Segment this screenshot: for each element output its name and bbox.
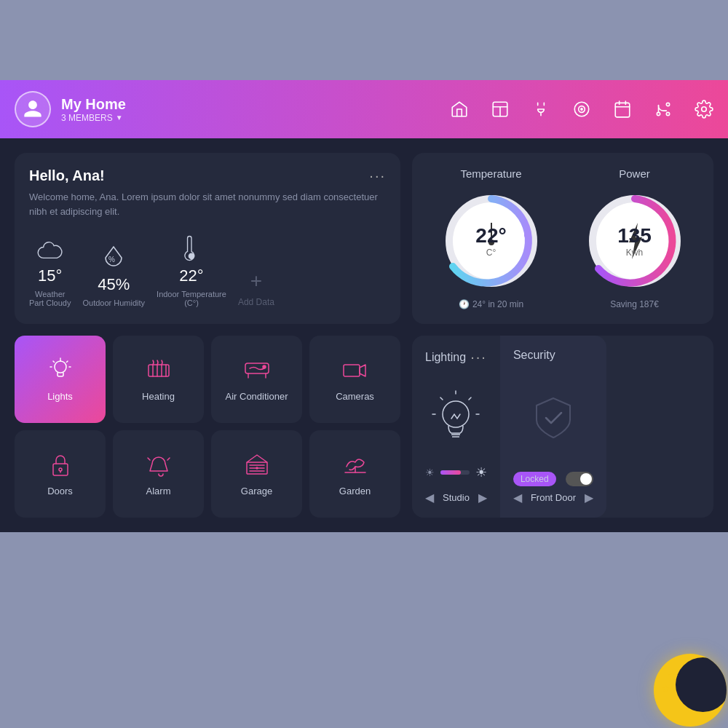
garden-icon [342,452,368,478]
device-lights-label: Lights [47,391,73,402]
svg-rect-30 [53,464,68,475]
nav-window-icon[interactable] [491,100,510,119]
nav-target-icon[interactable] [572,100,591,119]
slider-fill [440,470,461,475]
door-nav-next[interactable]: ▶ [585,491,593,505]
lighting-section: Lighting ··· [412,336,500,518]
nav-branch-icon[interactable] [654,100,673,119]
svg-point-44 [443,401,469,427]
svg-text:%: % [108,256,115,264]
weather-value: 15° [38,266,62,285]
header: My Home 3 MEMBERS ▼ [0,80,728,138]
security-section: Security Locked [500,336,606,518]
nav-plug-icon[interactable] [531,100,550,119]
moon-shadow [676,657,727,712]
room-name: Studio [443,492,470,503]
power-gauge-center: 135 Kwh [617,224,652,258]
door-nav-prev[interactable]: ◀ [513,491,522,505]
device-ac[interactable]: Air Conditioner [211,336,302,423]
power-gauge-title: Power [619,167,650,180]
add-data-label: Add Data [238,297,274,307]
security-icon-area [513,369,593,466]
lighting-bulb-icon [427,389,485,448]
lock-toggle[interactable] [566,472,593,486]
device-alarm-label: Alarm [146,486,171,496]
device-garage[interactable]: Garage [211,430,302,518]
top-bar [0,0,728,80]
device-garden[interactable]: Garden [309,430,400,518]
temperature-gauge: Temperature [440,167,542,309]
svg-line-41 [440,397,443,400]
humidity-widget: % 45% Outdoor Humidity [82,245,145,307]
security-title: Security [513,349,555,362]
device-cameras[interactable]: Cameras [309,336,400,423]
devices-grid-container: Lights Heating [15,336,400,518]
temp-gauge-center: 22° C° [475,224,506,258]
add-data-widget[interactable]: + Add Data [238,269,274,307]
svg-point-10 [189,253,194,258]
svg-point-3 [581,108,582,110]
alarm-icon [146,452,172,478]
lighting-security-card: Lighting ··· [412,336,713,518]
thermometer-icon [183,233,200,262]
welcome-header: Hello, Ana! ··· [29,167,386,184]
lock-toggle-wrap: Locked [513,472,593,486]
humidity-value: 45% [98,275,130,294]
svg-point-8 [702,107,707,112]
ac-icon [244,357,270,384]
device-garden-label: Garden [339,486,371,496]
svg-point-7 [666,112,669,115]
dots-menu[interactable]: ··· [369,167,386,184]
devices-grid: Lights Heating [15,336,400,518]
svg-point-13 [524,232,531,239]
add-icon: + [250,269,262,293]
room-nav-next[interactable]: ▶ [478,491,487,505]
lighting-title: Lighting [425,351,466,364]
heating-icon [146,357,172,384]
cloud-icon [36,242,64,262]
nav-home-icon[interactable] [450,100,469,119]
device-garage-label: Garage [241,486,272,496]
device-cameras-label: Cameras [336,391,374,402]
main-content: Hello, Ana! ··· Welcome home, Ana. Lorem… [0,138,728,532]
device-doors[interactable]: Doors [15,430,106,518]
header-left: My Home 3 MEMBERS ▼ [15,91,126,127]
device-alarm[interactable]: Alarm [113,430,204,518]
power-gauge-unit: Kwh [617,248,652,258]
welcome-message: Welcome home, Ana. Lorem ipsum dolor sit… [29,190,386,218]
power-gauge-container: 135 Kwh [584,190,686,292]
toggle-knob [580,473,592,485]
temp-gauge-unit: C° [475,248,506,258]
lighting-dots-menu[interactable]: ··· [470,349,487,365]
power-gauge-footer: Saving 187€ [610,299,659,309]
device-heating[interactable]: Heating [113,336,204,423]
svg-point-6 [666,103,669,106]
brightness-track[interactable] [440,470,470,475]
svg-point-37 [256,467,258,469]
room-nav: ◀ Studio ▶ [425,491,487,505]
device-doors-label: Doors [47,486,73,496]
star1-icon: ★ [667,668,678,684]
star2-icon: ★ [661,683,670,695]
home-name: My Home [61,96,126,113]
bulb-icon [47,357,74,384]
weather-widget: 15° WeatherPart Cloudy [29,242,71,307]
nav-settings-icon[interactable] [695,100,713,119]
device-ac-label: Air Conditioner [226,391,288,402]
members-caret[interactable]: ▼ [116,114,123,122]
avatar[interactable] [15,91,51,127]
temp-gauge-title: Temperature [460,167,521,180]
device-lights[interactable]: Lights [15,336,106,423]
security-shield-icon [528,392,579,443]
power-gauge-value: 135 [617,224,652,248]
welcome-card: Hello, Ana! ··· Welcome home, Ana. Lorem… [15,153,400,324]
light-bulb-area [425,373,487,464]
moon-decoration: ★ ★ [654,654,727,727]
device-heating-label: Heating [142,391,175,402]
door-name: Front Door [531,492,576,503]
garage-icon [244,452,270,478]
temp-gauge-footer: 🕐 24° in 20 min [459,299,523,309]
nav-calendar-icon[interactable] [613,100,632,119]
room-nav-prev[interactable]: ◀ [425,491,434,505]
brightness-high-icon: ☀ [475,464,487,480]
